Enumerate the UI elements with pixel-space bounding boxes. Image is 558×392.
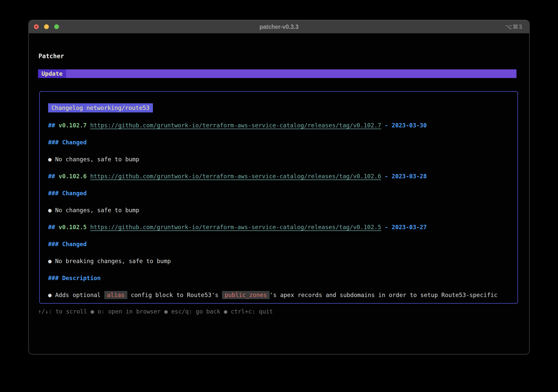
changelog-segment-text: config block to Route53's xyxy=(127,292,222,298)
changelog-segment-code: public_zones xyxy=(222,291,270,299)
changelog-segment-version: v0.102.7 xyxy=(59,122,87,129)
changelog-line: ### Changed xyxy=(48,134,517,151)
changelog-lines: ## v0.102.7 https://github.com/gruntwork… xyxy=(48,117,517,304)
terminal-window: patcher-v0.3.3 ⌥⌘3 Patcher Update Change… xyxy=(28,20,530,355)
changelog-segment-text xyxy=(87,173,90,180)
window-title: patcher-v0.3.3 xyxy=(260,23,299,30)
changelog-segment-heading: ### Changed xyxy=(48,190,87,197)
tab-update[interactable]: Update xyxy=(38,69,66,78)
window-titlebar[interactable]: patcher-v0.3.3 ⌥⌘3 xyxy=(29,20,529,33)
maximize-button[interactable] xyxy=(54,24,59,29)
changelog-segment-heading: ## xyxy=(48,122,59,129)
changelog-segment-version: v0.102.5 xyxy=(59,224,87,230)
changelog-segment-text: ● No changes, safe to bump xyxy=(48,207,139,213)
changelog-line: ## v0.102.7 https://github.com/gruntwork… xyxy=(48,117,517,134)
changelog-segment-code: alias xyxy=(104,291,127,299)
unsaved-changes-dot-icon xyxy=(35,26,37,28)
changelog-segment-version: v0.102.6 xyxy=(59,173,87,180)
changelog-segment-heading: ## xyxy=(48,224,59,230)
changelog-segment-date: - 2023-03-30 xyxy=(381,122,427,129)
changelog-line: ● Adds optional alias config block to Ro… xyxy=(48,287,517,304)
help-bar: ↑/↓: to scroll ● o: open in browser ● es… xyxy=(38,308,273,315)
changelog-segment-heading: ### Description xyxy=(48,275,101,281)
changelog-segment-heading: ### Changed xyxy=(48,241,87,247)
changelog-line: ## v0.102.5 https://github.com/gruntwork… xyxy=(48,219,517,236)
changelog-line: ### Changed xyxy=(48,185,517,202)
changelog-line: ### Changed xyxy=(48,236,517,253)
close-button[interactable] xyxy=(34,24,39,29)
changelog-line: ● No changes, safe to bump xyxy=(48,151,517,168)
changelog-segment-date: - 2023-03-27 xyxy=(381,224,427,230)
changelog-segment-text: 's apex records and subdomains in order … xyxy=(270,292,497,298)
changelog-segment-heading: ### Changed xyxy=(48,139,87,146)
release-link[interactable]: https://github.com/gruntwork-io/terrafor… xyxy=(90,173,381,180)
terminal-content: Patcher Update Changelog networking/rout… xyxy=(29,33,529,354)
changelog-segment-text: ● No changes, safe to bump xyxy=(48,156,139,163)
changelog-line: ## v0.102.6 https://github.com/gruntwork… xyxy=(48,168,517,185)
app-title: Patcher xyxy=(38,53,64,60)
tab-shortcut-hint: ⌥⌘3 xyxy=(505,23,523,30)
changelog-segment-text xyxy=(87,122,90,129)
window-controls xyxy=(34,24,59,29)
changelog-segment-text xyxy=(87,224,90,230)
tab-bar: Update xyxy=(38,69,516,78)
changelog-line: ● No breaking changes, safe to bump xyxy=(48,253,517,270)
changelog-title-badge: Changelog networking/route53 xyxy=(48,103,153,112)
changelog-segment-date: - 2023-03-28 xyxy=(381,173,427,180)
tab-bar-fill xyxy=(66,69,516,78)
minimize-button[interactable] xyxy=(44,24,49,29)
changelog-line: ### Description xyxy=(48,270,517,287)
release-link[interactable]: https://github.com/gruntwork-io/terrafor… xyxy=(90,122,381,129)
changelog-segment-text: ● No breaking changes, safe to bump xyxy=(48,258,171,264)
changelog-segment-heading: ## xyxy=(48,173,59,180)
changelog-line: ● No changes, safe to bump xyxy=(48,202,517,219)
release-link[interactable]: https://github.com/gruntwork-io/terrafor… xyxy=(90,224,381,230)
changelog-segment-text: ● Adds optional xyxy=(48,292,104,298)
changelog-viewport[interactable]: Changelog networking/route53 ## v0.102.7… xyxy=(39,91,518,304)
